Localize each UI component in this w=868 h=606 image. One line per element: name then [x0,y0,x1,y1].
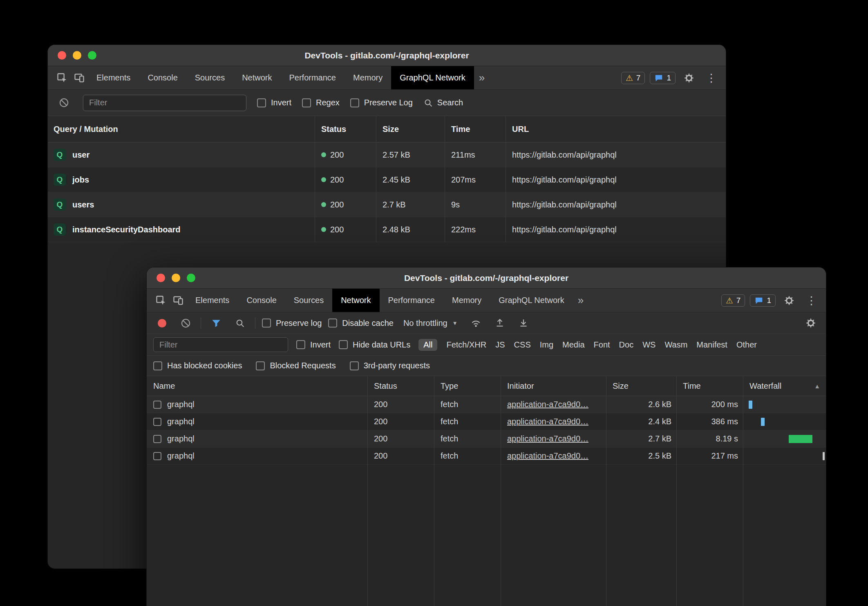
tab-sources[interactable]: Sources [186,66,233,89]
minimize-button[interactable] [73,51,81,60]
disable-cache-checkbox[interactable]: Disable cache [328,319,394,328]
filter-chip-other[interactable]: Other [736,340,757,350]
device-toolbar-icon[interactable] [71,69,88,87]
table-row[interactable]: graphql 200 fetch application-a7ca9d0… 2… [147,396,826,413]
zoom-button[interactable] [88,51,96,60]
col-type[interactable]: Type [434,381,501,391]
settings-gear-icon[interactable] [781,292,798,309]
clear-icon[interactable] [55,94,72,111]
network-settings-gear-icon[interactable] [802,314,819,332]
inspect-icon[interactable] [54,69,71,87]
warnings-badge[interactable]: ⚠ 7 [721,294,745,307]
col-url[interactable]: URL [506,125,726,134]
tab-memory[interactable]: Memory [345,66,391,89]
minimize-button[interactable] [172,274,180,282]
col-waterfall[interactable]: Waterfall ▲ [743,376,826,396]
row-checkbox[interactable] [153,452,161,460]
filter-chip-wasm[interactable]: Wasm [664,340,687,350]
col-time[interactable]: Time [445,125,506,134]
table-row[interactable]: Q users 200 2.7 kB 9s https://gitlab.com… [48,192,726,217]
initiator-link[interactable]: application-a7ca9d0… [507,451,588,460]
throttling-select[interactable]: No throttling ▼ [400,319,461,328]
kebab-menu-icon[interactable]: ⋮ [702,71,720,85]
filter-chip-media[interactable]: Media [562,340,584,350]
initiator-link[interactable]: application-a7ca9d0… [507,400,588,409]
inspect-icon[interactable] [152,292,170,309]
tab-performance[interactable]: Performance [281,66,345,89]
blocked-requests-checkbox[interactable]: Blocked Requests [256,361,336,370]
invert-checkbox[interactable]: Invert [296,340,331,350]
filter-funnel-icon[interactable] [208,314,225,332]
table-row[interactable]: graphql 200 fetch application-a7ca9d0… 2… [147,413,826,430]
row-checkbox[interactable] [153,435,161,443]
preserve-log-checkbox[interactable]: Preserve Log [350,98,413,107]
col-query-mutation[interactable]: Query / Mutation [48,125,315,134]
tab-sources[interactable]: Sources [285,289,332,312]
close-button[interactable] [58,51,66,60]
search-toggle[interactable]: Search [423,98,463,108]
tab-elements[interactable]: Elements [187,289,238,312]
more-tabs-icon[interactable]: » [573,294,588,307]
initiator-link[interactable]: application-a7ca9d0… [507,417,588,426]
table-row[interactable]: Q instanceSecurityDashboard 200 2.48 kB … [48,217,726,242]
device-toolbar-icon[interactable] [170,292,187,309]
tab-console[interactable]: Console [139,66,186,89]
filter-input[interactable] [153,337,288,352]
table-row[interactable]: Q user 200 2.57 kB 211ms https://gitlab.… [48,143,726,167]
filter-chip-img[interactable]: Img [540,340,553,350]
title-bar[interactable]: DevTools - gitlab.com/-/graphql-explorer [48,45,726,66]
col-status[interactable]: Status [315,125,376,134]
close-button[interactable] [157,274,165,282]
import-har-icon[interactable] [491,314,508,332]
zoom-button[interactable] [187,274,195,282]
tab-memory[interactable]: Memory [443,289,490,312]
third-party-requests-checkbox[interactable]: 3rd-party requests [350,361,430,370]
filter-chip-all[interactable]: All [418,339,437,351]
filter-chip-font[interactable]: Font [594,340,610,350]
network-conditions-icon[interactable] [468,314,485,332]
col-name[interactable]: Name [147,381,367,391]
tab-network[interactable]: Network [332,289,379,312]
col-size[interactable]: Size [376,125,445,134]
col-status[interactable]: Status [367,381,434,391]
issues-badge[interactable]: 1 [750,294,776,307]
col-time[interactable]: Time [676,381,743,391]
tab-elements[interactable]: Elements [88,66,139,89]
warnings-badge[interactable]: ⚠ 7 [621,72,645,84]
table-row[interactable]: graphql 200 fetch application-a7ca9d0… 2… [147,448,826,465]
tab-performance[interactable]: Performance [380,289,444,312]
settings-gear-icon[interactable] [680,69,698,87]
filter-chip-fetch-xhr[interactable]: Fetch/XHR [446,340,486,350]
col-size[interactable]: Size [606,381,676,391]
filter-chip-css[interactable]: CSS [514,340,531,350]
hide-data-urls-checkbox[interactable]: Hide data URLs [339,340,410,350]
table-row[interactable]: graphql 200 fetch application-a7ca9d0… 2… [147,430,826,448]
filter-chip-ws[interactable]: WS [642,340,655,350]
blocked-cookies-checkbox[interactable]: Has blocked cookies [153,361,242,370]
export-har-icon[interactable] [515,314,532,332]
regex-checkbox[interactable]: Regex [302,98,340,107]
invert-checkbox[interactable]: Invert [257,98,291,107]
filter-chip-js[interactable]: JS [495,340,505,350]
preserve-log-checkbox[interactable]: Preserve log [262,319,322,328]
initiator-link[interactable]: application-a7ca9d0… [507,434,588,443]
time-cell: 200 ms [676,400,743,409]
search-icon[interactable] [231,314,248,332]
filter-chip-manifest[interactable]: Manifest [696,340,727,350]
record-button[interactable] [153,314,170,332]
clear-icon[interactable] [177,314,194,332]
tab-network[interactable]: Network [233,66,280,89]
more-tabs-icon[interactable]: » [474,71,490,84]
filter-chip-doc[interactable]: Doc [619,340,634,350]
tab-graphql-network[interactable]: GraphQL Network [391,66,474,89]
issues-badge[interactable]: 1 [650,72,676,84]
row-checkbox[interactable] [153,418,161,426]
filter-input[interactable] [83,95,246,111]
tab-graphql-network[interactable]: GraphQL Network [490,289,573,312]
row-checkbox[interactable] [153,401,161,409]
kebab-menu-icon[interactable]: ⋮ [803,294,820,307]
tab-console[interactable]: Console [238,289,285,312]
title-bar[interactable]: DevTools - gitlab.com/-/graphql-explorer [147,267,826,289]
table-row[interactable]: Q jobs 200 2.45 kB 207ms https://gitlab.… [48,167,726,192]
col-initiator[interactable]: Initiator [501,381,606,391]
